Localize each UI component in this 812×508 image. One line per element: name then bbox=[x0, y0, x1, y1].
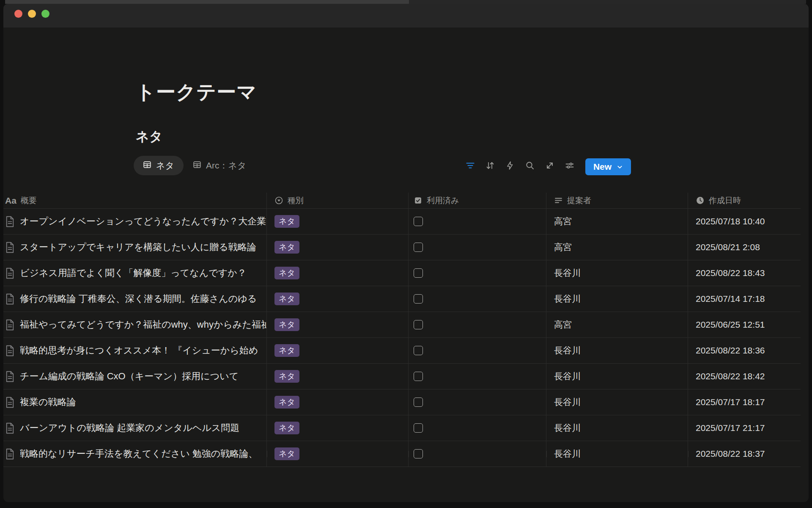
chevron-down-icon bbox=[617, 164, 623, 170]
proposer-cell[interactable]: 長谷川 bbox=[546, 389, 688, 415]
type-cell[interactable]: ネタ bbox=[267, 415, 409, 441]
proposer-cell[interactable]: 長谷川 bbox=[546, 415, 688, 441]
summary-cell[interactable]: 複業の戦略論 bbox=[3, 389, 267, 415]
created-text: 2025/07/17 21:17 bbox=[696, 423, 765, 433]
row-title: 複業の戦略論 bbox=[20, 396, 76, 409]
type-cell[interactable]: ネタ bbox=[267, 260, 409, 286]
zoom-window-button[interactable] bbox=[41, 10, 49, 18]
checkbox-icon bbox=[414, 196, 422, 205]
created-cell[interactable]: 2025/06/25 12:51 bbox=[688, 312, 801, 337]
proposer-cell[interactable]: 長谷川 bbox=[546, 260, 688, 286]
checkbox[interactable] bbox=[414, 294, 423, 304]
created-cell[interactable]: 2025/08/21 2:08 bbox=[688, 235, 801, 260]
view-tab-label: Arc：ネタ bbox=[206, 160, 246, 171]
column-label: 種別 bbox=[288, 195, 304, 206]
type-tag: ネタ bbox=[274, 293, 299, 305]
search-icon[interactable] bbox=[525, 160, 535, 171]
column-divider-tail bbox=[688, 451, 689, 457]
table-row: スタートアップでキャリアを構築したい人に贈る戦略論 ネタ 高宮 2025/08/… bbox=[3, 235, 801, 260]
checkbox[interactable] bbox=[414, 268, 423, 278]
summary-cell[interactable]: 戦略的思考が身につくオススメ本！ 『イシューから始め bbox=[3, 338, 267, 363]
column-header-type[interactable]: 種別 bbox=[267, 193, 409, 208]
settings-sliders-icon[interactable] bbox=[565, 160, 575, 171]
proposer-cell[interactable]: 高宮 bbox=[546, 209, 688, 234]
created-cell[interactable]: 2025/07/17 21:17 bbox=[688, 415, 801, 441]
column-header-created[interactable]: 作成日時 bbox=[688, 193, 801, 208]
summary-cell[interactable]: ビジネス用語でよく聞く「解像度」ってなんですか？ bbox=[3, 260, 267, 286]
type-cell[interactable]: ネタ bbox=[267, 338, 409, 363]
minimize-window-button[interactable] bbox=[28, 10, 36, 18]
proposer-text: 長谷川 bbox=[554, 448, 581, 460]
view-toolbar bbox=[465, 156, 575, 175]
column-header-summary[interactable]: Aa 概要 bbox=[3, 193, 267, 208]
text-icon bbox=[554, 196, 563, 205]
table-row: 戦略的なリサーチ手法を教えてください 勉強の戦略論、 ネタ 長谷川 2025/0… bbox=[3, 441, 801, 467]
column-divider-tail bbox=[546, 451, 547, 457]
checkbox[interactable] bbox=[414, 398, 423, 407]
type-cell[interactable]: ネタ bbox=[267, 312, 409, 337]
summary-cell[interactable]: 戦略的なリサーチ手法を教えてください 勉強の戦略論、 bbox=[3, 441, 267, 467]
used-cell bbox=[409, 415, 546, 441]
expand-icon[interactable] bbox=[545, 160, 555, 171]
used-cell bbox=[409, 389, 546, 415]
type-cell[interactable]: ネタ bbox=[267, 389, 409, 415]
created-text: 2025/08/22 18:37 bbox=[696, 449, 765, 459]
close-window-button[interactable] bbox=[14, 10, 22, 18]
zap-icon[interactable] bbox=[505, 160, 515, 171]
proposer-cell[interactable]: 高宮 bbox=[546, 312, 688, 337]
row-title: 戦略的思考が身につくオススメ本！ 『イシューから始め bbox=[20, 344, 258, 357]
created-cell[interactable]: 2025/08/22 18:37 bbox=[688, 441, 801, 467]
row-title: 戦略的なリサーチ手法を教えてください 勉強の戦略論、 bbox=[20, 447, 258, 460]
used-cell bbox=[409, 260, 546, 286]
used-cell bbox=[409, 312, 546, 337]
page-icon bbox=[5, 242, 15, 253]
type-cell[interactable]: ネタ bbox=[267, 364, 409, 389]
checkbox[interactable] bbox=[414, 243, 423, 252]
column-header-proposer[interactable]: 提案者 bbox=[546, 193, 688, 208]
type-cell[interactable]: ネタ bbox=[267, 235, 409, 260]
created-cell[interactable]: 2025/07/18 10:40 bbox=[688, 209, 801, 234]
proposer-text: 長谷川 bbox=[554, 396, 581, 408]
created-cell[interactable]: 2025/08/22 18:43 bbox=[688, 260, 801, 286]
column-divider-tail bbox=[409, 451, 409, 457]
row-title: ビジネス用語でよく聞く「解像度」ってなんですか？ bbox=[20, 267, 247, 279]
select-icon bbox=[274, 196, 283, 205]
proposer-text: 長谷川 bbox=[554, 267, 581, 279]
table-view-icon bbox=[193, 160, 201, 171]
checkbox[interactable] bbox=[414, 423, 423, 433]
created-cell[interactable]: 2025/08/22 18:42 bbox=[688, 364, 801, 389]
summary-cell[interactable]: 修行の戦略論 丁稚奉公、深く潜る期間。佐藤さんのゆる bbox=[3, 286, 267, 312]
created-cell[interactable]: 2025/07/14 17:18 bbox=[688, 286, 801, 312]
created-text: 2025/06/25 12:51 bbox=[696, 320, 765, 330]
checkbox[interactable] bbox=[414, 449, 423, 458]
checkbox[interactable] bbox=[414, 346, 423, 355]
summary-cell[interactable]: オープンイノベーションってどうなったんですか？大企業 bbox=[3, 209, 267, 234]
type-cell[interactable]: ネタ bbox=[267, 441, 409, 467]
checkbox[interactable] bbox=[414, 320, 423, 329]
checkbox[interactable] bbox=[414, 372, 423, 381]
proposer-cell[interactable]: 高宮 bbox=[546, 235, 688, 260]
proposer-cell[interactable]: 長谷川 bbox=[546, 338, 688, 363]
type-cell[interactable]: ネタ bbox=[267, 286, 409, 312]
summary-cell[interactable]: チーム編成の戦略論 CxO（キーマン）採用について bbox=[3, 364, 267, 389]
summary-cell[interactable]: バーンアウトの戦略論 起業家のメンタルヘルス問題 bbox=[3, 415, 267, 441]
type-cell[interactable]: ネタ bbox=[267, 209, 409, 234]
view-tab-neta[interactable]: ネタ bbox=[134, 156, 184, 175]
proposer-cell[interactable]: 長谷川 bbox=[546, 286, 688, 312]
created-cell[interactable]: 2025/08/22 18:36 bbox=[688, 338, 801, 363]
page-icon bbox=[5, 319, 15, 331]
summary-cell[interactable]: 福祉やってみてどうですか？福祉のwhy、whyからみた福祉 bbox=[3, 312, 267, 337]
column-header-used[interactable]: 利用済み bbox=[409, 193, 546, 208]
new-button[interactable]: New bbox=[585, 158, 631, 175]
page-icon bbox=[5, 397, 15, 408]
filter-icon[interactable] bbox=[465, 160, 475, 171]
column-label: 利用済み bbox=[427, 195, 459, 206]
view-tab-arc-neta[interactable]: Arc：ネタ bbox=[184, 156, 255, 175]
created-cell[interactable]: 2025/07/17 18:17 bbox=[688, 389, 801, 415]
summary-cell[interactable]: スタートアップでキャリアを構築したい人に贈る戦略論 bbox=[3, 235, 267, 260]
proposer-cell[interactable]: 長谷川 bbox=[546, 441, 688, 467]
checkbox[interactable] bbox=[414, 217, 423, 226]
database-title: ネタ bbox=[136, 128, 162, 146]
sort-icon[interactable] bbox=[485, 160, 495, 171]
proposer-cell[interactable]: 長谷川 bbox=[546, 364, 688, 389]
